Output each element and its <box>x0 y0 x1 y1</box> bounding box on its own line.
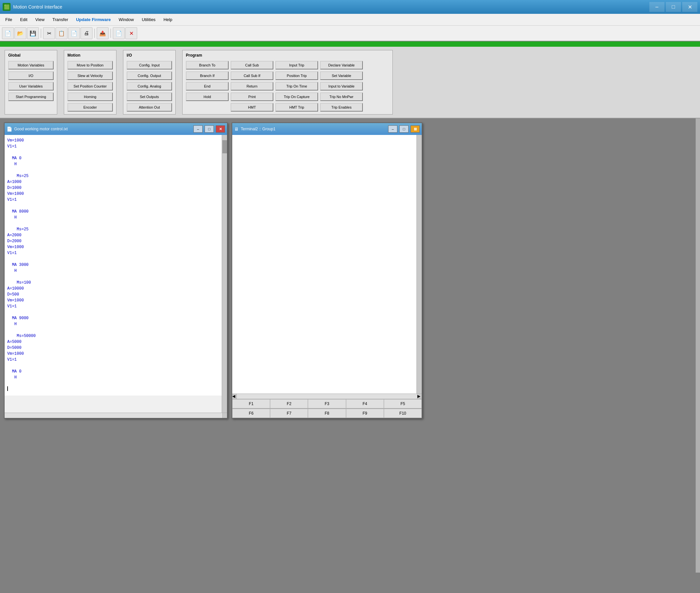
editor-minimize-btn[interactable]: – <box>194 125 203 133</box>
io-group: I/O Config. Input Config. Output Config.… <box>123 50 176 115</box>
menu-window[interactable]: Window <box>115 16 138 24</box>
btn-config-output[interactable]: Config. Output <box>127 71 172 80</box>
btn-call-sub[interactable]: Call Sub <box>231 61 273 70</box>
terminal-close-btn[interactable]: ⊠ <box>411 125 420 133</box>
fkey-f10[interactable]: F10 <box>384 409 422 418</box>
mdi-scrollbar-right[interactable] <box>695 118 700 572</box>
fkey-f6[interactable]: F6 <box>232 409 270 418</box>
editor-window-title: Good working motor control.ixt <box>14 127 192 131</box>
btn-homing[interactable]: Homing <box>68 92 113 101</box>
fkey-f5[interactable]: F5 <box>384 399 422 408</box>
btn-print[interactable]: Print <box>231 92 273 101</box>
btn-config-analog[interactable]: Config. Analog <box>127 82 172 90</box>
btn-trip-enables[interactable]: Trip Enables <box>320 103 363 112</box>
menu-view[interactable]: View <box>31 16 48 24</box>
app-icon: 🟩 <box>3 3 10 11</box>
app-title: Motion Control Interface <box>13 4 647 9</box>
btn-attention-out[interactable]: Attention Out <box>127 103 172 112</box>
terminal-window-icon: 🖥 <box>234 126 239 132</box>
editor-code[interactable]: Vm=1000 V1=1 MA 0 H Ms=25 A=1000 D=1000 … <box>5 135 222 396</box>
toolbar-transfer[interactable]: 📤 <box>97 27 109 39</box>
fkey-f1[interactable]: F1 <box>232 399 270 408</box>
btn-branch-if[interactable]: Branch If <box>186 71 229 80</box>
button-panel: Global Motion Variables I/O User Variabl… <box>0 47 700 118</box>
editor-scroll[interactable]: Vm=1000 V1=1 MA 0 H Ms=25 A=1000 D=1000 … <box>5 135 222 413</box>
menu-transfer[interactable]: Transfer <box>48 16 72 24</box>
terminal-scrollbar-v[interactable] <box>416 135 422 394</box>
btn-hold[interactable]: Hold <box>186 92 229 101</box>
title-bar-controls: – □ ✕ <box>649 2 697 12</box>
btn-config-input[interactable]: Config. Input <box>127 61 172 70</box>
terminal-hscroll[interactable] <box>237 394 417 399</box>
terminal-content[interactable] <box>232 135 416 394</box>
fkey-f2[interactable]: F2 <box>270 399 308 408</box>
terminal-scroll-right-btn[interactable]: ▶ <box>417 394 422 399</box>
editor-close-btn[interactable]: ✕ <box>216 125 225 133</box>
status-bar <box>0 41 700 47</box>
toolbar-paste[interactable]: 📄 <box>68 27 80 39</box>
btn-user-variables[interactable]: User Variables <box>8 82 54 90</box>
btn-input-trip[interactable]: Input Trip <box>275 61 318 70</box>
toolbar-save[interactable]: 💾 <box>27 27 39 39</box>
btn-set-outputs[interactable]: Set Outputs <box>127 92 172 101</box>
btn-encoder[interactable]: Encoder <box>68 103 113 112</box>
btn-io[interactable]: I/O <box>8 71 54 80</box>
btn-declare-variable[interactable]: Declare Variable <box>320 61 363 70</box>
fkey-f7[interactable]: F7 <box>270 409 308 418</box>
toolbar-close[interactable]: ✕ <box>125 27 137 39</box>
toolbar-cut[interactable]: ✂ <box>43 27 55 39</box>
toolbar-open[interactable]: 📂 <box>14 27 26 39</box>
editor-window-icon: 📄 <box>7 126 12 132</box>
btn-branch-to[interactable]: Branch To <box>186 61 229 70</box>
editor-hscroll[interactable] <box>5 413 222 418</box>
terminal-maximize-btn[interactable]: □ <box>399 125 409 133</box>
motion-group: Motion Move to Position Slew at Velocity… <box>64 50 117 115</box>
btn-hmt-trip[interactable]: HMT Trip <box>275 103 318 112</box>
btn-call-sub-if[interactable]: Call Sub If <box>231 71 273 80</box>
btn-set-position-counter[interactable]: Set Position Counter <box>68 82 113 90</box>
btn-set-variable[interactable]: Set Variable <box>320 71 363 80</box>
fkey-f9[interactable]: F9 <box>346 409 384 418</box>
btn-trip-on-capture[interactable]: Trip On Capture <box>275 92 318 101</box>
terminal-scroll-left-btn[interactable]: ◀ <box>232 394 237 399</box>
btn-slew-at-velocity[interactable]: Slew at Velocity <box>68 71 113 80</box>
menu-utilities[interactable]: Utilities <box>138 16 160 24</box>
global-title: Global <box>8 53 54 57</box>
btn-position-trip[interactable]: Position Trip <box>275 71 318 80</box>
terminal-window-title: Terminal2 :: Group1 <box>241 127 386 131</box>
editor-maximize-btn[interactable]: □ <box>205 125 214 133</box>
btn-trip-no-mnpwr[interactable]: Trip No MnPwr <box>320 92 363 101</box>
toolbar-new[interactable]: 📄 <box>2 27 14 39</box>
btn-return[interactable]: Return <box>231 82 273 90</box>
program-group: Program Branch To Branch If End Hold Cal… <box>182 50 393 115</box>
toolbar-print[interactable]: 🖨 <box>81 27 92 39</box>
editor-scrollbar-thumb[interactable] <box>222 140 227 153</box>
btn-move-to-position[interactable]: Move to Position <box>68 61 113 70</box>
menu-file[interactable]: File <box>1 16 16 24</box>
toolbar-copy[interactable]: 📋 <box>55 27 68 39</box>
menu-edit[interactable]: Edit <box>16 16 31 24</box>
fkey-f4[interactable]: F4 <box>346 399 384 408</box>
close-button[interactable]: ✕ <box>682 2 697 12</box>
fkey-f8[interactable]: F8 <box>308 409 346 418</box>
terminal-minimize-btn[interactable]: – <box>388 125 397 133</box>
motion-title: Motion <box>68 53 113 57</box>
menu-update-firmware[interactable]: Update Firmware <box>72 16 115 24</box>
fkey-bar: F1 F2 F3 F4 F5 <box>232 399 422 408</box>
minimize-button[interactable]: – <box>649 2 664 12</box>
editor-title-bar: 📄 Good working motor control.ixt – □ ✕ <box>5 123 227 135</box>
btn-hmt[interactable]: HMT <box>231 103 273 112</box>
mdi-area: 📄 Good working motor control.ixt – □ ✕ V… <box>0 118 700 572</box>
btn-input-to-variable[interactable]: Input to Variable <box>320 82 363 90</box>
btn-motion-variables[interactable]: Motion Variables <box>8 61 54 70</box>
terminal-title-bar: 🖥 Terminal2 :: Group1 – □ ⊠ <box>232 123 422 135</box>
toolbar-doc[interactable]: 📄 <box>113 27 125 39</box>
btn-end[interactable]: End <box>186 82 229 90</box>
fkey-f3[interactable]: F3 <box>308 399 346 408</box>
btn-start-programming[interactable]: Start Programming <box>8 92 54 101</box>
btn-trip-on-time[interactable]: Trip On Time <box>275 82 318 90</box>
editor-scrollbar-v[interactable] <box>222 135 227 413</box>
menu-help[interactable]: Help <box>160 16 176 24</box>
maximize-button[interactable]: □ <box>666 2 681 12</box>
program-title: Program <box>186 53 389 57</box>
